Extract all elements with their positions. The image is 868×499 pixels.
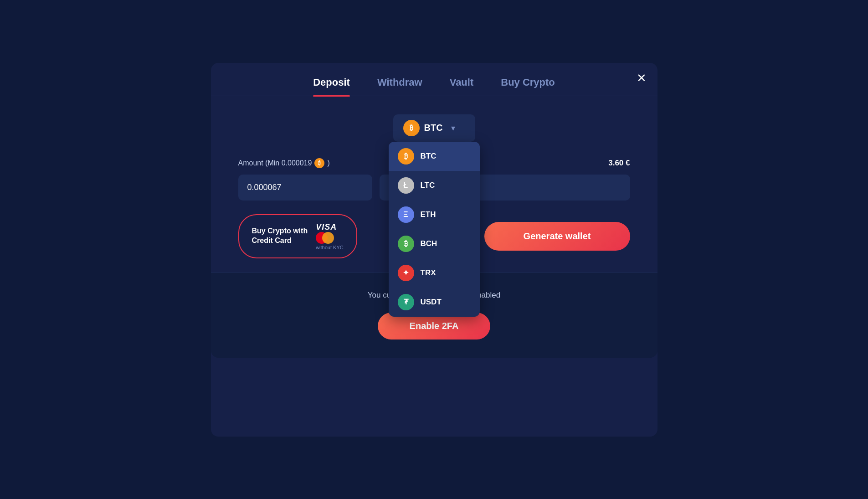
usdt-label: USDT (421, 298, 442, 307)
selected-currency-name: BTC (424, 123, 443, 133)
ltc-label: LTC (421, 181, 435, 190)
dropdown-item-trx[interactable]: ✦ TRX (389, 258, 480, 288)
eth-icon: Ξ (398, 206, 414, 223)
dropdown-item-btc[interactable]: ₿ BTC (389, 142, 480, 171)
currency-dropdown: ₿ BTC Ł LTC Ξ ETH ₿ BCH (389, 142, 480, 317)
mc-circle-right (322, 232, 334, 244)
btc-icon: ₿ (398, 148, 414, 165)
bch-icon: ₿ (398, 236, 414, 252)
tab-deposit[interactable]: Deposit (313, 77, 350, 96)
tabs-bar: Deposit Withdraw Vault Buy Crypto (211, 63, 657, 96)
eur-value: 3.60 € (608, 159, 630, 168)
usdt-icon: ₮ (398, 294, 414, 310)
currency-selector-button[interactable]: ₿ BTC ▾ (393, 114, 475, 142)
trx-label: TRX (421, 268, 436, 278)
dropdown-item-ltc[interactable]: Ł LTC (389, 171, 480, 200)
mastercard-logo (316, 232, 344, 244)
dropdown-item-usdt[interactable]: ₮ USDT (389, 288, 480, 317)
amount-input[interactable] (238, 175, 373, 201)
buy-crypto-text: Buy Crypto with Credit Card (252, 226, 308, 246)
dropdown-item-bch[interactable]: ₿ BCH (389, 229, 480, 258)
btc-label: BTC (421, 152, 437, 161)
deposit-content: ₿ BTC ▾ ₿ BTC Ł LTC Ξ ETH (211, 96, 657, 272)
eth-label: ETH (421, 210, 436, 219)
tab-vault[interactable]: Vault (450, 77, 474, 96)
trx-icon: ✦ (398, 265, 414, 281)
generate-wallet-button[interactable]: Generate wallet (484, 222, 630, 251)
currency-selector-wrapper: ₿ BTC ▾ ₿ BTC Ł LTC Ξ ETH (238, 114, 630, 142)
deposit-modal: ✕ Deposit Withdraw Vault Buy Crypto ₿ BT… (211, 63, 657, 437)
buy-crypto-card[interactable]: Buy Crypto with Credit Card VISA without… (238, 214, 357, 258)
selected-currency-icon: ₿ (403, 120, 420, 136)
without-kyc-label: without KYC (316, 245, 344, 250)
dropdown-item-eth[interactable]: Ξ ETH (389, 200, 480, 229)
payment-block: VISA without KYC (316, 222, 344, 250)
payment-icons: VISA without KYC (316, 222, 344, 250)
btc-mini-icon: ₿ (314, 158, 324, 168)
bch-label: BCH (421, 239, 437, 248)
tab-withdraw[interactable]: Withdraw (377, 77, 422, 96)
chevron-down-icon: ▾ (451, 123, 455, 133)
amount-label: Amount (Min 0.000019 ₿ ) (238, 158, 330, 168)
visa-logo: VISA (316, 222, 344, 232)
ltc-icon: Ł (398, 177, 414, 194)
close-button[interactable]: ✕ (637, 72, 647, 84)
tab-buy-crypto[interactable]: Buy Crypto (501, 77, 555, 96)
